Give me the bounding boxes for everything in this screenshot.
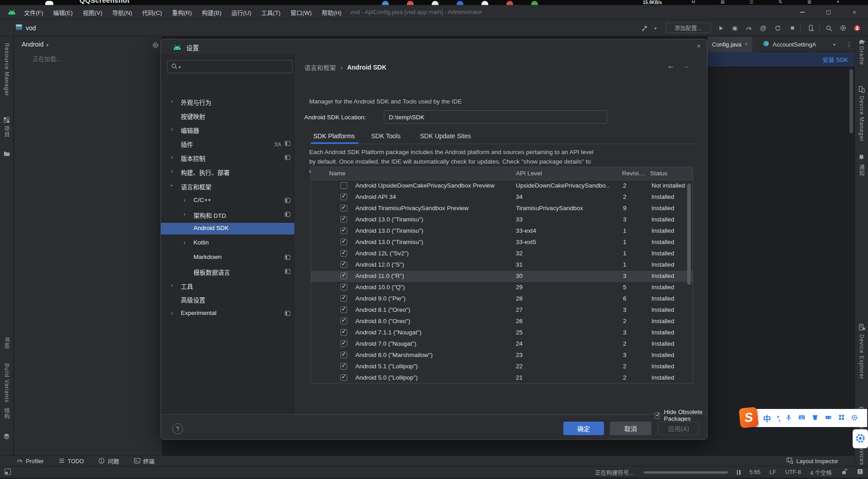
tray-app-icon[interactable] bbox=[432, 1, 439, 5]
resource-manager-icon[interactable] bbox=[3, 117, 10, 124]
settings-tree-item-item-0[interactable]: ›外观与行为 bbox=[161, 96, 294, 108]
menu-v[interactable]: 视图(V) bbox=[79, 7, 106, 18]
table-row-android-11-0-r[interactable]: Android 11.0 ("R")303Installed bbox=[311, 271, 693, 282]
settings-tree-item-item-6[interactable]: ›语言和框架 bbox=[161, 180, 294, 192]
structure-icon[interactable] bbox=[3, 433, 10, 440]
notifications-icon[interactable] bbox=[857, 468, 863, 476]
table-row-android-13-0-tiramisu[interactable]: Android 13.0 ("Tiramisu")333Installed bbox=[311, 214, 693, 225]
tab-account-setting[interactable]: AccountSettingA bbox=[758, 37, 821, 52]
settings-tree-item-item-1[interactable]: 按键映射 bbox=[161, 110, 294, 122]
table-row-android-tiramisuprivacysandbox-preview[interactable]: Android TiramisuPrivacySandbox PreviewTi… bbox=[311, 203, 693, 214]
tray-app-icon[interactable] bbox=[481, 1, 488, 5]
pause-build-icon[interactable] bbox=[737, 470, 741, 475]
tray-icon[interactable]: M bbox=[692, 0, 695, 4]
sogou-logo-icon[interactable]: S bbox=[739, 407, 759, 428]
apply-button[interactable]: 应用(A) bbox=[658, 422, 699, 435]
settings-tree-item-item-5[interactable]: ›构建、执行、部署 bbox=[161, 166, 294, 178]
expand-icon[interactable]: › bbox=[171, 154, 173, 160]
indent-setting[interactable]: 4 个空格 bbox=[810, 468, 832, 477]
tabs-dropdown-icon[interactable] bbox=[829, 37, 838, 52]
table-row-android-7-1-1-nougat[interactable]: Android 7.1.1 ("Nougat")253Installed bbox=[311, 327, 693, 338]
table-row-android-5-1-lollipop[interactable]: Android 5.1 ("Lollipop")222Installed bbox=[311, 361, 693, 372]
checkbox-checked[interactable] bbox=[340, 340, 347, 347]
table-row-android-12l-sv2[interactable]: Android 12L ("Sv2")321Installed bbox=[311, 248, 693, 259]
tray-app-icon[interactable] bbox=[407, 1, 414, 5]
checkbox-checked[interactable] bbox=[340, 329, 347, 336]
menu-e[interactable]: 编辑(E) bbox=[49, 7, 77, 18]
tab-sdk-update-sites[interactable]: SDK Update Sites bbox=[420, 132, 471, 140]
menu-u[interactable]: 运行(U) bbox=[227, 7, 255, 18]
settings-tree-item-android-sdk[interactable]: Android SDK bbox=[161, 223, 294, 235]
checkbox-checked[interactable] bbox=[340, 318, 347, 324]
checkbox-checked[interactable] bbox=[340, 352, 347, 358]
table-row-android-api-34[interactable]: Android API 34342Installed bbox=[311, 192, 693, 203]
forward-arrow-icon[interactable]: → bbox=[683, 62, 690, 70]
profiler-icon[interactable] bbox=[745, 24, 753, 32]
expand-icon[interactable]: › bbox=[171, 282, 173, 288]
settings-tree-item-item-4[interactable]: ›版本控制 bbox=[161, 152, 294, 164]
collapse-icon[interactable]: › bbox=[169, 184, 175, 186]
sogou-status-badge[interactable] bbox=[853, 429, 868, 448]
table-row-android-10-0-q[interactable]: Android 10.0 ("Q")295Installed bbox=[311, 282, 693, 293]
cancel-button[interactable]: 取消 bbox=[610, 422, 651, 435]
table-row-android-7-0-nougat[interactable]: Android 7.0 ("Nougat")242Installed bbox=[311, 338, 693, 350]
column-header-api-level[interactable]: API Level bbox=[516, 170, 542, 177]
menu-c[interactable]: 代码(C) bbox=[138, 7, 166, 18]
stripe-gradle[interactable]: Gradle bbox=[859, 46, 865, 65]
ime-keyboard-icon[interactable] bbox=[798, 414, 806, 422]
table-row-android-9-0-pie[interactable]: Android 9.0 ("Pie")286Installed bbox=[311, 293, 693, 305]
stripe-build-variants[interactable]: Build Variants bbox=[4, 363, 10, 403]
checkbox-checked[interactable] bbox=[340, 284, 347, 291]
column-header-revisi[interactable]: Revisi… bbox=[622, 170, 645, 177]
settings-tree-item-experimental[interactable]: ›Experimental bbox=[161, 308, 294, 319]
expand-icon[interactable]: › bbox=[171, 168, 173, 174]
maximize-button[interactable] bbox=[818, 5, 838, 19]
settings-tree-item-c-c[interactable]: ›C/C++ bbox=[161, 195, 294, 207]
tool-window-switcher-icon[interactable] bbox=[5, 469, 11, 475]
table-row-android-13-0-tiramisu[interactable]: Android 13.0 ("Tiramisu")33-ext51Install… bbox=[311, 237, 693, 248]
settings-tree-item-dtd[interactable]: ›架构和 DTD bbox=[161, 209, 294, 221]
line-separator[interactable]: LF bbox=[769, 469, 776, 475]
tray-app-icon[interactable] bbox=[531, 1, 538, 5]
ime-settings-icon[interactable] bbox=[851, 414, 858, 423]
close-button[interactable]: × bbox=[844, 5, 864, 19]
item-2-icon[interactable] bbox=[858, 154, 865, 161]
column-header-status[interactable]: Status bbox=[650, 170, 667, 177]
settings-tree-item-item-3[interactable]: 插件文A bbox=[161, 138, 294, 150]
table-row-android-12-0-s[interactable]: Android 12.0 ("S")311Installed bbox=[311, 259, 693, 271]
stripe-structure[interactable]: 结构 bbox=[3, 408, 10, 419]
table-row-android-8-1-oreo[interactable]: Android 8.1 ("Oreo")273Installed bbox=[311, 305, 693, 316]
tray-app-icon[interactable] bbox=[382, 1, 389, 5]
settings-tree-item-item-2[interactable]: ›编辑器 bbox=[161, 124, 294, 136]
settings-tree-item-markdown[interactable]: Markdown bbox=[161, 252, 294, 263]
add-configuration-button[interactable]: 添加配置… bbox=[666, 23, 711, 33]
dialog-close-icon[interactable]: × bbox=[697, 42, 701, 50]
table-row-android-13-0-tiramisu[interactable]: Android 13.0 ("Tiramisu")33-ext41Install… bbox=[311, 225, 693, 237]
tray-icon[interactable]: ▥ bbox=[807, 0, 811, 4]
table-row-android-8-0-oreo[interactable]: Android 8.0 ("Oreo")262Installed bbox=[311, 316, 693, 327]
project-options-gear-icon[interactable] bbox=[152, 42, 159, 50]
ime-chinese-mode-icon[interactable]: 中 bbox=[763, 413, 771, 424]
menu-f[interactable]: 文件(F) bbox=[20, 7, 47, 18]
ime-mic-icon[interactable] bbox=[785, 414, 792, 423]
tabs-more-icon[interactable] bbox=[841, 37, 850, 52]
menu-h[interactable]: 帮助(H) bbox=[317, 7, 345, 18]
settings-tree-item-item-12[interactable]: 模板数据语言 bbox=[161, 266, 294, 277]
tray-app-icon[interactable] bbox=[457, 1, 463, 5]
stripe-bookmarks[interactable]: 书签 bbox=[3, 337, 10, 349]
checkbox-checked[interactable] bbox=[340, 272, 347, 279]
back-arrow-icon[interactable]: ← bbox=[667, 62, 675, 70]
editor-scrollbar[interactable] bbox=[849, 69, 853, 133]
tray-icon[interactable]: ✦ bbox=[836, 0, 840, 4]
expand-icon[interactable]: › bbox=[184, 211, 185, 217]
checkbox-checked[interactable] bbox=[340, 239, 347, 245]
checkbox-unchecked[interactable] bbox=[340, 182, 347, 189]
apply-changes-icon[interactable] bbox=[774, 24, 782, 32]
checkbox-checked[interactable] bbox=[340, 216, 347, 223]
menu-r[interactable]: 重构(R) bbox=[168, 7, 196, 18]
stripe-resource-manager[interactable]: Resource Manager bbox=[4, 43, 10, 96]
tab-sdk-tools[interactable]: SDK Tools bbox=[371, 132, 401, 140]
table-row-android-upsidedowncakeprivacysandbox-preview[interactable]: Android UpsideDownCakePrivacySandbox Pre… bbox=[311, 180, 693, 192]
ime-apps-icon[interactable] bbox=[838, 414, 845, 422]
tray-icon[interactable]: ◫ bbox=[750, 0, 754, 4]
